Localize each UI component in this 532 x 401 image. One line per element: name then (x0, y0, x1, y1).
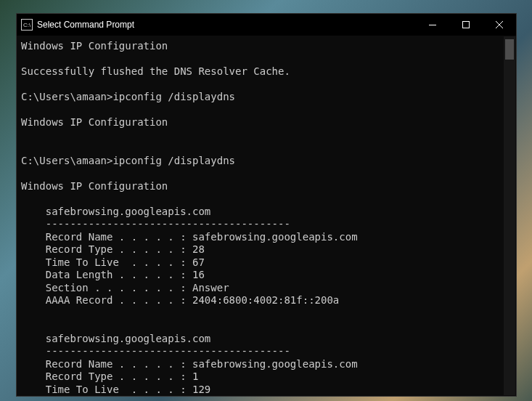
cmd-icon: C:\ (21, 19, 33, 31)
titlebar[interactable]: C:\ Select Command Prompt (17, 14, 516, 36)
maximize-icon (462, 21, 470, 28)
command-prompt-window: C:\ Select Command Prompt Windows IP Con… (16, 13, 517, 397)
minimize-icon (429, 25, 436, 25)
window-controls (416, 14, 516, 36)
window-title: Select Command Prompt (37, 20, 416, 30)
close-button[interactable] (483, 14, 516, 36)
scrollbar-thumb[interactable] (505, 39, 514, 60)
close-icon (496, 21, 503, 28)
svg-rect-0 (429, 25, 436, 25)
maximize-button[interactable] (449, 14, 483, 36)
minimize-button[interactable] (416, 14, 449, 36)
terminal-text: Windows IP Configuration Successfully fl… (21, 40, 358, 396)
scrollbar[interactable] (504, 36, 515, 395)
terminal-output[interactable]: Windows IP Configuration Successfully fl… (17, 36, 516, 396)
svg-rect-1 (463, 22, 470, 28)
